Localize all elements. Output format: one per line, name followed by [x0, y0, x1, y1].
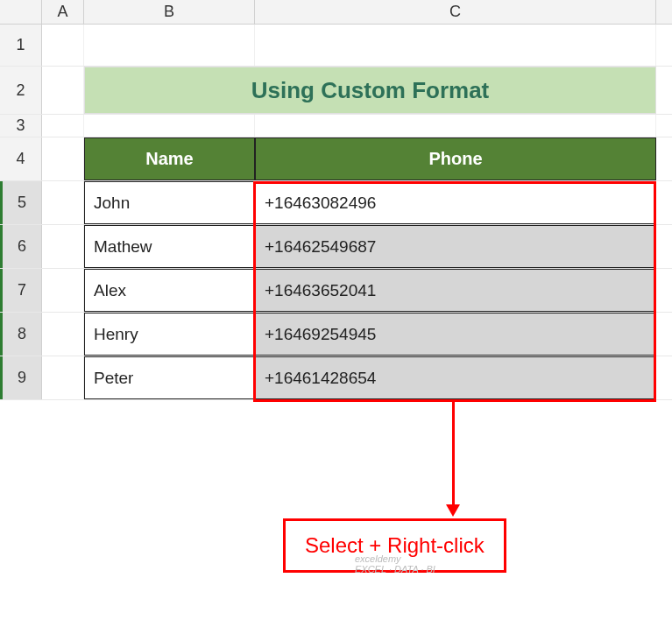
cell-A7[interactable] [42, 269, 84, 312]
cell-A9[interactable] [42, 356, 84, 399]
cell-name-7[interactable]: Alex [84, 269, 255, 312]
cell-C3[interactable] [255, 115, 656, 137]
row-header-8[interactable]: 8 [0, 313, 42, 356]
row-8: 8 Henry +16469254945 [0, 313, 672, 356]
header-name[interactable]: Name [84, 137, 255, 180]
row-6: 6 Mathew +16462549687 [0, 225, 672, 269]
cell-A2[interactable] [42, 67, 84, 114]
col-header-C[interactable]: C [255, 0, 656, 24]
row-header-2[interactable]: 2 [0, 67, 42, 114]
cell-A8[interactable] [42, 313, 84, 356]
header-phone[interactable]: Phone [255, 137, 656, 180]
title-cell[interactable]: Using Custom Format [84, 67, 656, 114]
cell-B1[interactable] [84, 25, 255, 66]
arrow-head-icon [446, 504, 460, 517]
cell-phone-9[interactable]: +16461428654 [255, 356, 656, 399]
cell-A3[interactable] [42, 115, 84, 137]
row-4: 4 Name Phone [0, 137, 672, 181]
cell-phone-6[interactable]: +16462549687 [255, 225, 656, 268]
cell-A5[interactable] [42, 181, 84, 224]
watermark-line2: EXCEL · DATA · BI [355, 564, 435, 574]
cell-name-5[interactable]: John [84, 181, 255, 224]
row-1: 1 [0, 25, 672, 67]
column-headers: A B C [0, 0, 672, 25]
cell-name-6[interactable]: Mathew [84, 225, 255, 268]
row-header-7[interactable]: 7 [0, 269, 42, 312]
spreadsheet: A B C 1 2 Using Custom Format 3 4 Name P… [0, 0, 672, 620]
cell-name-8[interactable]: Henry [84, 313, 255, 356]
row-header-4[interactable]: 4 [0, 137, 42, 180]
arrow-line [452, 402, 455, 507]
cell-A4[interactable] [42, 137, 84, 180]
col-header-B[interactable]: B [84, 0, 255, 24]
cell-A1[interactable] [42, 25, 84, 66]
cell-phone-7[interactable]: +16463652041 [255, 269, 656, 312]
row-2: 2 Using Custom Format [0, 67, 672, 115]
cell-B3[interactable] [84, 115, 255, 137]
row-9: 9 Peter +16461428654 [0, 356, 672, 400]
row-header-6[interactable]: 6 [0, 225, 42, 268]
select-all-corner[interactable] [0, 0, 42, 24]
cell-phone-5[interactable]: +16463082496 [255, 181, 656, 224]
col-header-A[interactable]: A [42, 0, 84, 24]
watermark: exceldemy EXCEL · DATA · BI [355, 553, 435, 574]
cell-C1[interactable] [255, 25, 656, 66]
watermark-line1: exceldemy [355, 553, 435, 564]
row-header-9[interactable]: 9 [0, 356, 42, 399]
cell-name-9[interactable]: Peter [84, 356, 255, 399]
row-5: 5 John +16463082496 [0, 181, 672, 225]
row-header-5[interactable]: 5 [0, 181, 42, 224]
cell-A6[interactable] [42, 225, 84, 268]
row-header-1[interactable]: 1 [0, 25, 42, 66]
row-header-3[interactable]: 3 [0, 115, 42, 137]
cell-phone-8[interactable]: +16469254945 [255, 313, 656, 356]
row-7: 7 Alex +16463652041 [0, 269, 672, 313]
row-3: 3 [0, 115, 672, 137]
